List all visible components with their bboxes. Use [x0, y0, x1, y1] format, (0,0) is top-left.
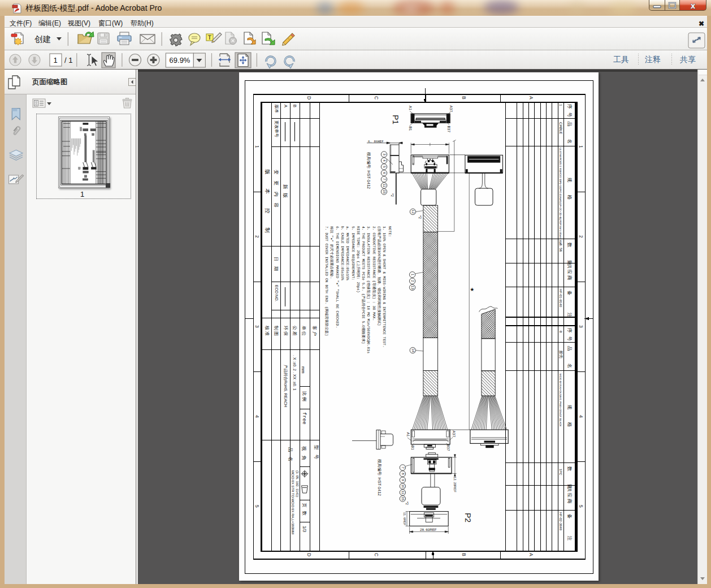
svg-text:新版: 新版 — [283, 184, 288, 202]
svg-text:b. CABLE IMPEDANCE:85±10%: b. CABLE IMPEDANCE:85±10% — [340, 226, 344, 280]
svg-text:1: 1 — [558, 104, 562, 106]
svg-text:比例: 比例 — [302, 391, 307, 403]
svg-text:11. 6REF: 11. 6REF — [402, 512, 406, 526]
svg-text:11: 11 — [382, 184, 386, 188]
svg-text:7: 7 — [382, 178, 386, 180]
svg-text:单位: 单位 — [301, 326, 306, 337]
svg-text:版本: 版本 — [274, 105, 279, 114]
svg-text:free: free — [301, 412, 307, 425]
svg-text:核准: 核准 — [265, 325, 270, 337]
svg-text:视 角: 视 角 — [301, 446, 307, 462]
svg-text:ULI0744 PCIE5.0 X8(MCIO 38P)+S: ULI0744 PCIE5.0 X8(MCIO 38P)+SGPIO,30AWG… — [559, 148, 562, 245]
svg-text:MCIO 8X RA HOUSING, PA66+30%GF: MCIO 8X RA HOUSING, PA66+30%GF, BLACK — [559, 374, 562, 427]
svg-text:3: 3 — [578, 325, 584, 328]
svg-text:A37: A37 — [452, 431, 456, 438]
svg-text:供应商: 供应商 — [567, 487, 573, 505]
svg-text:规 格: 规 格 — [567, 178, 573, 205]
svg-text:★: ★ — [470, 287, 474, 292]
svg-text:HF-02-3848: HF-02-3848 — [558, 512, 562, 531]
svg-text:HF-01-9140: HF-01-9140 — [558, 289, 562, 308]
svg-text:ECO NO.: ECO NO. — [274, 285, 278, 302]
svg-text:*2: *2 — [418, 215, 422, 219]
svg-text:B37: B37 — [446, 126, 450, 133]
svg-text:*2: *2 — [405, 501, 409, 505]
svg-text:版本控制: 版本控制 — [264, 169, 270, 247]
svg-text:C: C — [374, 96, 379, 100]
svg-text:6. 56: 6. 56 — [558, 244, 562, 252]
svg-text:序 号: 序 号 — [567, 328, 573, 342]
svg-text:1: 1 — [254, 145, 260, 148]
svg-text:1/3: 1/3 — [302, 526, 307, 533]
svg-text:4. THE PRODUCT MEETS PCIe 5.0.: 4. THE PRODUCT MEETS PCIe 5.0. (产品符合PCIE… — [361, 226, 366, 344]
svg-text:6. 86REF: 6. 86REF — [368, 140, 384, 144]
svg-text:15: 15 — [382, 190, 386, 194]
svg-text:9: 9 — [401, 479, 405, 481]
svg-text:8: 8 — [558, 331, 562, 333]
svg-text:CABLE: CABLE — [558, 122, 562, 135]
svg-text:5: 5 — [382, 166, 386, 168]
svg-text:4: 4 — [382, 159, 386, 162]
svg-text:日期: 日期 — [274, 257, 279, 276]
svg-text:供应商: 供应商 — [567, 263, 573, 282]
svg-text:客户: 客户 — [312, 326, 317, 337]
svg-text:7: 7 — [401, 466, 405, 469]
svg-text:型 号: 型 号 — [314, 445, 319, 461]
svg-text:69.9%: 69.9% — [170, 56, 190, 64]
svg-text:MCIO 8X STR TO MCIO 8X RA,L=38: MCIO 8X STR TO MCIO 8X RA,L=380MM — [291, 470, 294, 534]
svg-text:变更内容: 变更内容 — [274, 170, 279, 214]
svg-text:3. INSULATION RESISTANCE (绝缘阻抗: 3. INSULATION RESISTANCE (绝缘阻抗) : 10 MΩ … — [366, 226, 371, 353]
svg-text:A1: A1 — [408, 106, 412, 110]
svg-text:序 号: 序 号 — [567, 104, 573, 118]
svg-text:6. THE DIMENSIONS MARKED "★" ": 6. THE DIMENSIONS MARKED "★" "SHALL BE C… — [335, 226, 339, 328]
svg-text:x: x — [691, 2, 695, 11]
svg-text:4: 4 — [578, 415, 584, 418]
svg-text:C: C — [374, 553, 379, 556]
svg-text:14: 14 — [411, 348, 415, 352]
svg-text:A: A — [528, 96, 534, 100]
svg-text:胶壳: 胶壳 — [558, 351, 563, 358]
svg-text:5: 5 — [578, 505, 584, 508]
svg-text:P1: P1 — [391, 115, 400, 124]
svg-text:A: A — [283, 105, 288, 107]
svg-text:模具编号: HST-1412: 模具编号: HST-1412 — [377, 459, 382, 496]
svg-text:12: 12 — [411, 210, 415, 214]
svg-text:规 格: 规 格 — [567, 405, 573, 433]
svg-text:8: 8 — [401, 473, 405, 475]
svg-text:品 名: 品 名 — [567, 122, 573, 149]
svg-text:备 注: 备 注 — [567, 291, 573, 325]
svg-text:2. CONDUCTIVE RESISTANCE (导通阻抗: 2. CONDUCTIVE RESISTANCE (导通阻抗) : 3Ω MAX… — [372, 226, 376, 321]
svg-text:公差: 公差 — [292, 326, 297, 337]
svg-text:制图: 制图 — [274, 326, 279, 337]
svg-text:B37: B37 — [446, 444, 450, 451]
svg-text:B: B — [461, 553, 467, 556]
svg-text:NOTE:: NOTE: — [388, 226, 392, 237]
svg-text:1PC: 1PC — [558, 469, 562, 475]
svg-text:mm: mm — [301, 366, 306, 374]
svg-text:3: 3 — [382, 153, 386, 155]
svg-text:A: A — [528, 553, 534, 556]
svg-text:更改单号: 更改单号 — [274, 120, 279, 138]
svg-text:环保: 环保 — [283, 326, 288, 337]
svg-text:备 注: 备 注 — [567, 514, 573, 548]
svg-text:*2: *2 — [390, 193, 394, 197]
svg-text:产品符合RoHS, REACH: 产品符合RoHS, REACH — [283, 365, 288, 407]
svg-text:D: D — [306, 96, 312, 100]
svg-text:3: 3 — [254, 325, 260, 328]
svg-text:1: 1 — [410, 274, 414, 276]
svg-text:页 数: 页 数 — [302, 503, 307, 517]
svg-text:11: 11 — [401, 491, 405, 495]
svg-text:B1: B1 — [410, 446, 414, 450]
svg-text:2: 2 — [410, 280, 414, 282]
svg-text:5: 5 — [254, 505, 260, 508]
svg-text:RISE TIME: 20ps (上升时间: 20ps): RISE TIME: 20ps (上升时间: 20ps) — [356, 226, 361, 293]
svg-text:/ 1: / 1 — [64, 56, 72, 64]
svg-text:5. IMPEDANCE REQUIREMENT:: 5. IMPEDANCE REQUIREMENT: — [351, 226, 355, 280]
svg-text:(所有产品必须100%进行断路、短路、错位和间歇性接触测试): (所有产品必须100%进行断路、短路、错位和间歇性接触测试) — [377, 226, 381, 326]
svg-text:. X :±0. 2 . XX :±0. 1: . X :±0. 2 . XX :±0. 1 — [292, 355, 296, 391]
svg-text:28. 60REF: 28. 60REF — [420, 528, 437, 532]
svg-text:2: 2 — [254, 235, 260, 238]
svg-text:7. DUST COVER INSTALLED ON BOT: 7. DUST COVER INSTALLED ON BOTH END. (两端… — [324, 226, 329, 336]
svg-text:B1: B1 — [408, 127, 412, 131]
svg-text:10: 10 — [401, 485, 405, 488]
svg-text:1: 1 — [53, 56, 57, 64]
